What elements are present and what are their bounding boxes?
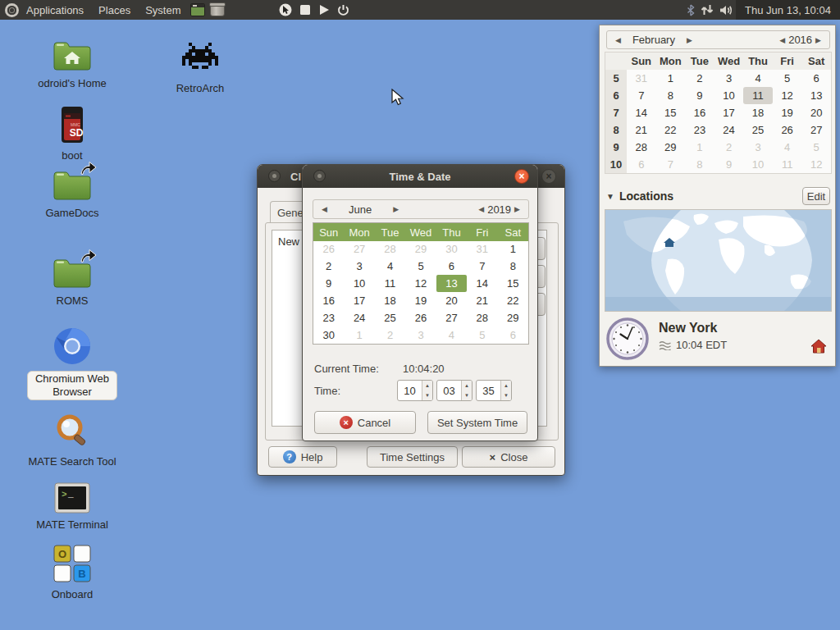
calendar-day[interactable]: 12 bbox=[405, 275, 436, 292]
calendar-day[interactable]: 14 bbox=[627, 104, 656, 121]
prev-month-arrow-icon[interactable]: ◀ bbox=[318, 205, 331, 213]
calendar-day[interactable]: 22 bbox=[656, 121, 686, 139]
calendar-day[interactable]: 28 bbox=[627, 139, 656, 156]
calendar-day[interactable]: 4 bbox=[436, 326, 467, 344]
calendar-day[interactable]: 15 bbox=[498, 275, 528, 292]
spin-up-icon[interactable]: ▲ bbox=[422, 381, 432, 390]
calendar-day[interactable]: 26 bbox=[313, 240, 344, 258]
calendar-day[interactable]: 11 bbox=[375, 275, 405, 292]
calendar-day[interactable]: 26 bbox=[773, 121, 802, 139]
window-menu-icon[interactable] bbox=[268, 170, 281, 182]
calendar-day[interactable]: 15 bbox=[656, 104, 686, 121]
prev-month-arrow-icon[interactable]: ◀ bbox=[612, 36, 624, 44]
calendar-day[interactable]: 12 bbox=[773, 87, 802, 104]
desktop-icon-onboard[interactable]: OB Onboard bbox=[15, 544, 130, 601]
set-system-time-button[interactable]: Set System Time bbox=[427, 411, 527, 434]
calendar-day[interactable]: 1 bbox=[656, 70, 686, 87]
pointer-status-icon[interactable] bbox=[279, 3, 292, 16]
menu-applications[interactable]: Applications bbox=[19, 0, 91, 20]
calendar-day[interactable]: 16 bbox=[313, 292, 344, 309]
calendar-day[interactable]: 27 bbox=[801, 121, 831, 139]
prev-year-arrow-icon[interactable]: ◀ bbox=[475, 205, 487, 213]
next-year-arrow-icon[interactable]: ▶ bbox=[812, 36, 824, 44]
calendar-day[interactable]: 22 bbox=[498, 292, 528, 309]
window-menu-icon[interactable] bbox=[313, 170, 326, 182]
location-row-new-york[interactable]: New York 10:04 EDT bbox=[606, 317, 830, 363]
desktop-icon-retroarch[interactable]: RetroArch bbox=[143, 39, 258, 95]
hours-spinner[interactable]: 10 ▲▼ bbox=[397, 380, 433, 401]
calendar-day[interactable]: 2 bbox=[685, 70, 714, 87]
calendar-day[interactable]: 17 bbox=[344, 292, 374, 309]
volume-icon[interactable] bbox=[719, 4, 734, 16]
close-button[interactable]: × Close bbox=[462, 446, 555, 468]
calendar-day[interactable]: 19 bbox=[773, 104, 802, 121]
bluetooth-icon[interactable] bbox=[687, 4, 695, 16]
desktop-icon-search[interactable]: MATE Search Tool bbox=[15, 413, 130, 468]
calendar-day[interactable]: 6 bbox=[801, 70, 831, 87]
spin-down-icon[interactable]: ▼ bbox=[501, 390, 511, 400]
calendar-day[interactable]: 5 bbox=[773, 70, 802, 87]
calendar-day[interactable]: 2 bbox=[313, 258, 344, 275]
calendar-day[interactable]: 12 bbox=[801, 156, 831, 173]
calendar-day[interactable]: 2 bbox=[714, 139, 744, 156]
play-icon[interactable] bbox=[318, 4, 330, 16]
calendar-day[interactable]: 11 bbox=[773, 156, 802, 173]
calendar-day[interactable]: 9 bbox=[685, 87, 714, 104]
help-button[interactable]: ? Help bbox=[268, 446, 337, 468]
seconds-spinner[interactable]: 35 ▲▼ bbox=[476, 380, 512, 401]
spin-up-icon[interactable]: ▲ bbox=[462, 381, 472, 390]
calendar-day[interactable]: 16 bbox=[685, 104, 714, 121]
calendar-day[interactable]: 10 bbox=[743, 156, 773, 173]
calendar-day[interactable]: 28 bbox=[467, 309, 497, 326]
calendar-day[interactable]: 30 bbox=[436, 240, 467, 258]
menu-system[interactable]: System bbox=[138, 0, 188, 20]
calendar-day[interactable]: 5 bbox=[405, 258, 436, 275]
calendar-day[interactable]: 7 bbox=[467, 258, 497, 275]
network-icon[interactable] bbox=[701, 4, 714, 16]
calendar-day[interactable]: 9 bbox=[313, 275, 344, 292]
calendar-day[interactable]: 6 bbox=[436, 258, 467, 275]
calendar-day[interactable]: 3 bbox=[405, 326, 436, 344]
calendar-day[interactable]: 21 bbox=[627, 121, 656, 139]
time-settings-button[interactable]: Time Settings bbox=[367, 446, 458, 468]
menu-places[interactable]: Places bbox=[91, 0, 138, 20]
desktop-icon-terminal[interactable]: >_ MATE Terminal bbox=[15, 482, 130, 532]
minutes-spinner[interactable]: 03 ▲▼ bbox=[436, 380, 472, 401]
calendar-day[interactable]: 6 bbox=[627, 156, 656, 173]
calendar-day[interactable]: 1 bbox=[344, 326, 374, 344]
power-icon[interactable] bbox=[337, 4, 349, 16]
calendar-day[interactable]: 27 bbox=[436, 309, 467, 326]
calendar-day[interactable]: 24 bbox=[344, 309, 374, 326]
calendar-day[interactable]: 3 bbox=[743, 139, 773, 156]
prev-year-arrow-icon[interactable]: ◀ bbox=[776, 36, 788, 44]
calendar-day[interactable]: 28 bbox=[375, 240, 405, 258]
calendar-day[interactable]: 29 bbox=[498, 309, 528, 326]
calendar-day[interactable]: 23 bbox=[313, 309, 344, 326]
calendar-day[interactable]: 27 bbox=[344, 240, 374, 258]
close-dialog-icon[interactable]: × bbox=[514, 169, 529, 184]
spin-up-icon[interactable]: ▲ bbox=[501, 381, 511, 390]
close-window-icon[interactable]: × bbox=[541, 169, 556, 184]
calendar-day[interactable]: 30 bbox=[313, 326, 344, 344]
calendar-day[interactable]: 9 bbox=[714, 156, 744, 173]
calendar-day[interactable]: 5 bbox=[801, 139, 831, 156]
calendar-day[interactable]: 2 bbox=[375, 326, 405, 344]
terminal-launcher-icon[interactable] bbox=[190, 3, 205, 16]
calendar-day[interactable]: 18 bbox=[743, 104, 773, 121]
next-month-arrow-icon[interactable]: ▶ bbox=[390, 205, 402, 213]
desktop-icon-roms[interactable]: ROMS bbox=[15, 257, 130, 308]
calendar-day[interactable]: 5 bbox=[467, 326, 497, 344]
desktop-icon-gamedocs[interactable]: GameDocs bbox=[15, 169, 130, 220]
calendar-day[interactable]: 24 bbox=[714, 121, 744, 139]
calendar-day[interactable]: 11 bbox=[743, 87, 773, 104]
calendar-day[interactable]: 19 bbox=[405, 292, 436, 309]
calendar-day[interactable]: 4 bbox=[375, 258, 405, 275]
desktop-icon-boot[interactable]: SDMMC boot bbox=[15, 105, 130, 162]
calendar-day[interactable]: 18 bbox=[375, 292, 405, 309]
calendar-day[interactable]: 21 bbox=[467, 292, 497, 309]
locations-disclosure-icon[interactable]: ▼ bbox=[606, 192, 614, 201]
trash-icon[interactable] bbox=[210, 3, 225, 16]
calendar-day[interactable]: 31 bbox=[627, 70, 656, 87]
calendar-day[interactable]: 20 bbox=[801, 104, 831, 121]
calendar-day[interactable]: 10 bbox=[714, 87, 744, 104]
